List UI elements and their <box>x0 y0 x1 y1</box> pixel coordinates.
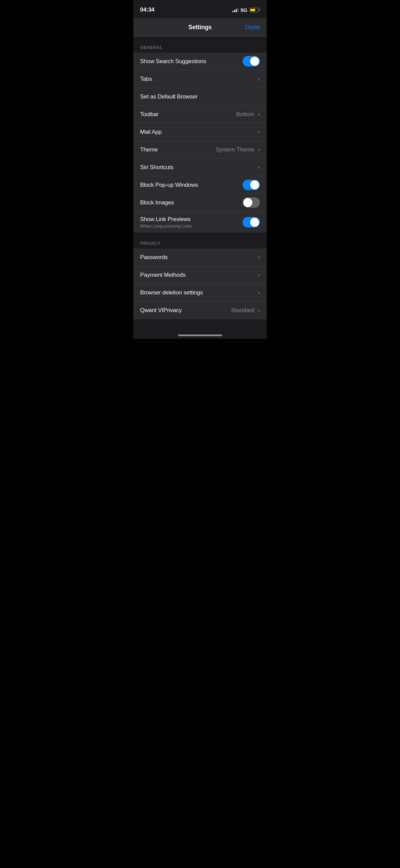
browser-deletion-settings-label: Browser deletion settings <box>140 289 203 296</box>
siri-shortcuts-label: Siri Shortcuts <box>140 164 173 171</box>
show-link-previews-sublabel: When Long-pressing Links <box>140 223 192 229</box>
chevron-icon: › <box>258 289 260 296</box>
theme-label: Theme <box>140 146 158 153</box>
privacy-settings-group: Passwords › Payment Methods › Browser de… <box>133 249 267 319</box>
page-title: Settings <box>188 24 212 31</box>
chevron-icon: › <box>258 75 260 83</box>
block-popup-windows-row[interactable]: Block Pop-up Windows <box>133 176 267 194</box>
battery-body <box>249 8 259 12</box>
block-images-row[interactable]: Block Images <box>133 194 267 212</box>
row-right: System Theme › <box>216 146 260 153</box>
show-link-previews-label: Show Link Previews <box>140 216 192 223</box>
block-popup-windows-label: Block Pop-up Windows <box>140 182 198 188</box>
general-section-header: GENERAL <box>133 37 267 53</box>
row-left: Tabs <box>140 76 152 83</box>
signal-bar-4 <box>237 8 239 12</box>
chevron-icon: › <box>258 307 260 314</box>
block-images-toggle[interactable] <box>243 197 260 208</box>
done-button[interactable]: Done <box>245 24 260 31</box>
settings-content: GENERAL Show Search Suggestions Tabs › <box>133 37 267 327</box>
mail-app-label: Mail App <box>140 129 162 135</box>
row-left: Set as Default Browser <box>140 93 197 100</box>
row-right <box>243 217 260 228</box>
row-left: Show Link Previews When Long-pressing Li… <box>140 216 192 229</box>
browser-deletion-settings-row[interactable]: Browser deletion settings › <box>133 284 267 302</box>
chevron-icon: › <box>258 254 260 261</box>
row-left: Toolbar <box>140 111 158 118</box>
status-right-icons: 5G <box>232 7 260 13</box>
show-search-suggestions-toggle[interactable] <box>243 56 260 67</box>
row-left: Show Search Suggestions <box>140 58 206 65</box>
signal-bar-2 <box>234 10 235 12</box>
row-right <box>243 197 260 208</box>
payment-methods-label: Payment Methods <box>140 272 186 278</box>
row-right: › <box>257 254 260 261</box>
mail-app-row[interactable]: Mail App › <box>133 123 267 141</box>
network-type: 5G <box>241 7 247 13</box>
battery-tip <box>259 9 260 11</box>
home-indicator <box>133 327 267 339</box>
row-right: › <box>257 128 260 135</box>
row-left: Payment Methods <box>140 272 186 278</box>
toggle-knob <box>250 180 259 189</box>
row-left: Passwords <box>140 254 168 261</box>
toggle-knob <box>250 218 259 227</box>
row-left: Block Images <box>140 199 174 206</box>
show-link-previews-toggle[interactable] <box>243 217 260 228</box>
battery-fill <box>250 9 255 11</box>
general-settings-group: Show Search Suggestions Tabs › Set as De… <box>133 53 267 233</box>
show-search-suggestions-row[interactable]: Show Search Suggestions <box>133 53 267 70</box>
toolbar-row[interactable]: Toolbar Bottom › <box>133 106 267 123</box>
set-default-browser-label: Set as Default Browser <box>140 93 197 100</box>
row-right <box>243 180 260 190</box>
status-time: 04:34 <box>140 6 154 13</box>
status-bar: 04:34 5G <box>133 0 267 18</box>
theme-value: System Theme <box>216 146 254 153</box>
tabs-row[interactable]: Tabs › <box>133 70 267 88</box>
battery-icon <box>249 8 260 12</box>
signal-bars-icon <box>232 7 239 12</box>
qwant-viprivacy-value: Standard <box>231 307 254 314</box>
qwant-viprivacy-row[interactable]: Qwant VIPrivacy Standard › <box>133 302 267 319</box>
show-link-previews-row[interactable]: Show Link Previews When Long-pressing Li… <box>133 212 267 233</box>
privacy-section-header: PRIVACY <box>133 233 267 249</box>
row-right: Bottom › <box>236 111 260 118</box>
tabs-label: Tabs <box>140 76 152 83</box>
chevron-icon: › <box>258 128 260 135</box>
row-right <box>243 56 260 67</box>
set-default-browser-row[interactable]: Set as Default Browser <box>133 88 267 106</box>
bottom-spacer <box>133 319 267 327</box>
row-left: Block Pop-up Windows <box>140 182 198 188</box>
block-popup-windows-toggle[interactable] <box>243 180 260 190</box>
row-left: Qwant VIPrivacy <box>140 307 182 314</box>
toolbar-value: Bottom <box>236 111 254 118</box>
chevron-icon: › <box>258 111 260 118</box>
qwant-viprivacy-label: Qwant VIPrivacy <box>140 307 182 314</box>
row-right: › <box>257 164 260 171</box>
row-right: Standard › <box>231 307 260 314</box>
row-left: Siri Shortcuts <box>140 164 173 171</box>
chevron-icon: › <box>258 271 260 278</box>
chevron-icon: › <box>258 146 260 153</box>
toggle-knob <box>250 57 259 66</box>
row-right: › <box>257 75 260 83</box>
show-search-suggestions-label: Show Search Suggestions <box>140 58 206 65</box>
passwords-row[interactable]: Passwords › <box>133 249 267 266</box>
siri-shortcuts-row[interactable]: Siri Shortcuts › <box>133 159 267 176</box>
signal-bar-1 <box>232 11 233 12</box>
row-left: Browser deletion settings <box>140 289 203 296</box>
row-left: Theme <box>140 146 158 153</box>
chevron-icon: › <box>258 164 260 171</box>
toggle-knob <box>243 198 252 207</box>
row-right: › <box>257 271 260 278</box>
row-left: Mail App <box>140 129 162 135</box>
theme-row[interactable]: Theme System Theme › <box>133 141 267 159</box>
nav-bar: Settings Done <box>133 18 267 37</box>
home-bar <box>178 334 222 336</box>
block-images-label: Block Images <box>140 199 174 206</box>
passwords-label: Passwords <box>140 254 168 261</box>
toolbar-label: Toolbar <box>140 111 158 118</box>
payment-methods-row[interactable]: Payment Methods › <box>133 266 267 284</box>
signal-bar-3 <box>236 9 237 12</box>
row-right: › <box>257 289 260 296</box>
